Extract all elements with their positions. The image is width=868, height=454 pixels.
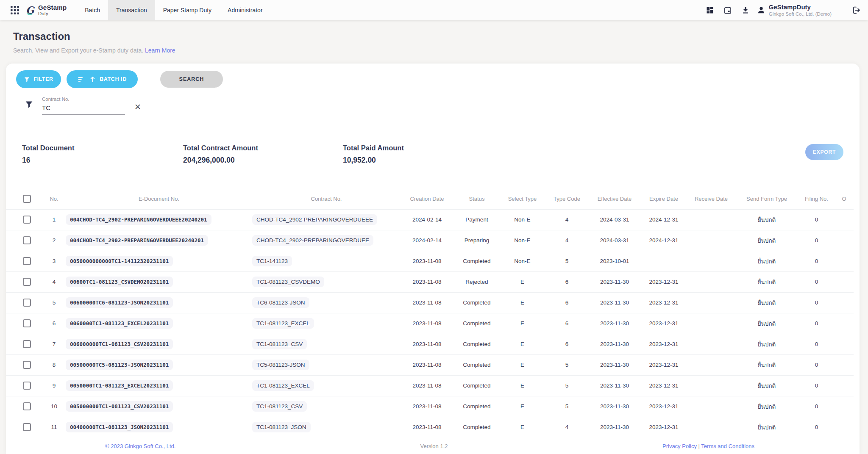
row-checkbox[interactable] [23,319,31,327]
nav-item-paper-stamp-duty[interactable]: Paper Stamp Duty [155,0,220,20]
cell-overflow [835,417,854,437]
column-header: Effective Date [589,189,640,209]
cell-send-form-type: ยื่นปกติ [735,396,798,417]
cell-status: Completed [453,417,500,437]
cell-effective-date: 2023-11-30 [589,271,640,292]
cell-no: 8 [42,354,66,375]
cell-expire-date: 2023-12-31 [640,396,687,417]
cell-status: Completed [453,375,500,396]
cell-select-type: Non-E [500,230,545,251]
cell-filing-no: 0 [798,375,835,396]
cell-effective-date: 2023-11-30 [589,334,640,354]
summary-total-document: Total Document 16 [22,144,74,165]
nav-item-transaction[interactable]: Transaction [108,0,155,20]
row-checkbox[interactable] [23,299,31,307]
cell-creation-date: 2023-11-08 [401,417,453,437]
download-icon[interactable] [741,6,750,14]
row-checkbox[interactable] [23,402,31,410]
terms-link[interactable]: Terms and Conditions [701,443,754,449]
cell-creation-date: 2024-02-14 [401,230,453,251]
summary-label: Total Paid Amount [343,144,404,152]
cell-effective-date: 2023-10-01 [589,251,640,271]
cell-select-type: E [500,334,545,354]
cell-no: 9 [42,375,66,396]
cell-select-type: Non-E [500,251,545,271]
cell-no: 10 [42,396,66,417]
cell-creation-date: 2023-11-08 [401,313,453,334]
cell-contract-no: TC6-081123-JSON [252,292,401,313]
export-button[interactable]: EXPORT [805,144,843,160]
cell-creation-date: 2023-11-08 [401,375,453,396]
cell-send-form-type: ยื่นปกติ [735,417,798,437]
cell-no: 6 [42,313,66,334]
cell-effective-date: 2023-11-30 [589,354,640,375]
column-header: Receive Date [687,189,735,209]
row-checkbox[interactable] [23,423,31,431]
nav-item-batch[interactable]: Batch [77,0,108,20]
column-header: Select Type [500,189,545,209]
user-menu[interactable]: GeStampDuty Ginkgo Soft Co., Ltd. (Demo) [757,4,832,17]
cell-overflow [835,313,854,334]
calendar-icon[interactable] [723,6,732,14]
app-logo[interactable]: G GeStamp Duty [25,4,67,17]
cell-filing-no: 0 [798,271,835,292]
nav-item-administrator[interactable]: Administrator [220,0,270,20]
logout-icon[interactable] [852,6,861,15]
cell-no: 11 [42,417,66,437]
cell-select-type: E [500,271,545,292]
row-checkbox[interactable] [23,361,31,369]
table-header-row: No.E-Document No.Contract No.Creation Da… [6,189,854,209]
row-checkbox[interactable] [23,340,31,348]
privacy-policy-link[interactable]: Privacy Policy [662,443,697,449]
cell-overflow [835,230,854,251]
row-checkbox[interactable] [23,278,31,286]
row-checkbox[interactable] [23,216,31,224]
cell-status: Payment [453,209,500,230]
batch-id-sort-button[interactable]: BATCH ID [67,70,138,88]
dashboard-icon[interactable] [706,6,714,14]
cell-type-code: 4 [545,417,589,437]
logo-title: GeStamp [38,4,67,11]
cell-creation-date: 2023-11-08 [401,396,453,417]
cell-e-document-no: 0060000TC1-081123_EXCEL20231101 [66,313,252,334]
cell-e-document-no: 005000000TC1-081123_CSV20231101 [66,396,252,417]
cell-receive-date [687,375,735,396]
user-name: GeStampDuty [769,4,832,10]
cell-send-form-type: ยื่นปกติ [735,271,798,292]
apps-grid-icon[interactable] [11,6,19,14]
learn-more-link[interactable]: Learn More [145,47,175,54]
search-button[interactable]: SEARCH [160,71,223,88]
cell-filing-no: 0 [798,292,835,313]
column-header: Expire Date [640,189,687,209]
filter-value-input[interactable]: TC [42,104,125,111]
row-checkbox[interactable] [23,236,31,244]
cell-creation-date: 2023-11-08 [401,292,453,313]
transaction-table: No.E-Document No.Contract No.Creation Da… [6,189,860,437]
cell-status: Completed [453,292,500,313]
filter-button[interactable]: FILTER [16,70,61,88]
cell-contract-no: TC1-081123_CSV [252,334,401,354]
select-all-checkbox[interactable] [23,195,31,203]
table-row: 90050000TC1-081123_EXCEL20231101TC1-0811… [6,375,854,396]
cell-contract-no: TC1-081123_EXCEL [252,313,401,334]
column-header: Type Code [545,189,589,209]
summary-value: 10,952.00 [343,156,404,165]
cell-overflow [835,334,854,354]
row-checkbox[interactable] [23,257,31,265]
cell-expire-date: 2024-12-31 [640,209,687,230]
cell-status: Completed [453,334,500,354]
row-checkbox[interactable] [23,382,31,390]
summary-label: Total Document [22,144,74,152]
cell-send-form-type: ยื่นปกติ [735,230,798,251]
remove-filter-icon[interactable] [134,103,141,111]
cell-effective-date: 2023-11-30 [589,375,640,396]
cell-status: Preparing [453,230,500,251]
cell-receive-date [687,292,735,313]
cell-contract-no: TC1-081123_JSON [252,417,401,437]
cell-effective-date: 2024-03-31 [589,230,640,251]
cell-no: 1 [42,209,66,230]
cell-type-code: 5 [545,396,589,417]
cell-type-code: 6 [545,292,589,313]
cell-contract-no: TC1-081123_CSV [252,396,401,417]
table-row: 800500000TC5-081123-JSON20231101TC5-0811… [6,354,854,375]
